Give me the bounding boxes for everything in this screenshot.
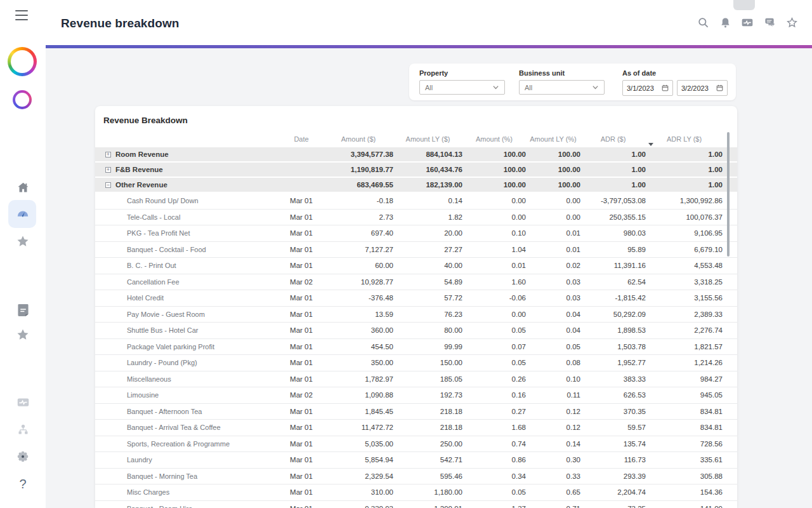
row-adr: 135.74 — [580, 440, 646, 448]
column-header-amount-ly[interactable]: Amount LY ($) — [393, 135, 462, 143]
column-header-amount[interactable]: Amount ($) — [324, 135, 393, 143]
column-header-adr-ly[interactable]: ADR LY ($) — [646, 135, 723, 143]
column-header-amount-ly-pct[interactable]: Amount LY (%) — [526, 135, 580, 143]
business-unit-select[interactable]: All — [519, 80, 605, 95]
calendar-icon — [662, 84, 669, 91]
table-row[interactable]: Banquet - Morning Tea Mar 01 2,329.54 59… — [95, 469, 737, 485]
favorite-star-icon[interactable] — [785, 17, 798, 29]
table-row[interactable]: Banquet - Arrival Tea & Coffee Mar 01 11… — [95, 420, 737, 436]
table-row[interactable]: Laundry - Pound (Pkg) Mar 01 350.00 150.… — [95, 355, 737, 371]
sidebar-item-activity-pulse[interactable] — [0, 394, 46, 410]
row-adr-ly: 6,679.10 — [646, 246, 723, 253]
group-amount-ly-pct: 100.00 — [526, 150, 580, 158]
row-adr: 1,898.53 — [580, 326, 646, 334]
row-category: Limousine — [95, 391, 279, 399]
group-amount-ly-pct: 100.00 — [526, 181, 580, 189]
table-row[interactable]: Cash Round Up/ Down Mar 01 -0.18 0.14 0.… — [95, 193, 737, 210]
row-adr-ly: 9,106.95 — [646, 229, 723, 237]
notifications-bell-icon[interactable] — [719, 17, 731, 29]
row-amount-ly: 218.18 — [393, 408, 462, 415]
row-amount-ly-pct: 0.03 — [526, 294, 580, 302]
table-row[interactable]: Banquet - Cocktail - Food Mar 01 7,127.2… — [95, 242, 737, 258]
sort-descending-icon[interactable] — [648, 143, 653, 146]
property-select[interactable]: All — [419, 80, 505, 95]
brand-logo-large[interactable] — [8, 47, 37, 76]
row-adr: 62.54 — [580, 278, 646, 286]
table-row[interactable]: Banquet - Afternoon Tea Mar 01 1,845.45 … — [95, 404, 737, 420]
brand-logo-small[interactable] — [13, 90, 32, 109]
column-header-date[interactable]: Date — [279, 135, 324, 143]
sidebar-item-starred-reports[interactable] — [0, 327, 46, 342]
row-category: Shuttle Bus - Hotel Car — [95, 326, 279, 334]
table-row[interactable]: Limousine Mar 02 1,090.88 192.73 0.16 0.… — [95, 387, 737, 404]
row-amount: 454.50 — [324, 343, 393, 351]
row-amount-ly-pct: 0.04 — [526, 311, 580, 318]
comments-chat-icon[interactable] — [763, 17, 776, 29]
row-category: Laundry - Pound (Pkg) — [95, 359, 279, 366]
group-row[interactable]: +F&B Revenue 1,190,819.77 160,434.76 100… — [95, 163, 737, 177]
row-adr: 370.35 — [580, 408, 646, 415]
table-row[interactable]: PKG - Tea Profit Net Mar 01 697.40 20.00… — [95, 225, 737, 242]
row-adr: 11,391.16 — [580, 262, 646, 269]
table-row[interactable]: Misc Charges Mar 01 310.00 1,180.00 0.05… — [95, 485, 737, 501]
row-category: Miscellaneous — [95, 375, 279, 383]
row-category: PKG - Tea Profit Net — [95, 229, 279, 237]
table-row[interactable]: Package Valet parking Profit Mar 01 454.… — [95, 339, 737, 356]
table-row[interactable]: Hotel Credit Mar 01 -376.48 57.72 -0.06 … — [95, 290, 737, 307]
table-row[interactable]: Banquet - Room Hire Mar 01 9,330.93 1,29… — [95, 501, 737, 508]
table-row[interactable]: Laundry Mar 01 5,854.94 542.71 0.86 0.30… — [95, 452, 737, 469]
row-amount-pct: 0.05 — [462, 488, 526, 496]
row-adr-ly: 100,076.37 — [646, 213, 723, 221]
row-adr-ly: 834.81 — [646, 408, 723, 415]
as-of-date-label: As of date — [622, 69, 728, 77]
row-date: Mar 01 — [279, 262, 324, 269]
table-row[interactable]: Shuttle Bus - Hotel Car Mar 01 360.00 80… — [95, 323, 737, 339]
activity-pulse-icon[interactable] — [741, 17, 754, 29]
filter-bar: Property All Business unit All As of dat… — [409, 64, 736, 100]
hamburger-menu-icon[interactable] — [15, 10, 28, 20]
row-date: Mar 01 — [279, 408, 324, 415]
row-adr-ly: 945.05 — [646, 391, 723, 399]
group-row[interactable]: −Other Revenue 683,469.55 182,139.00 100… — [95, 178, 737, 192]
table-row[interactable]: B. C. - Print Out Mar 01 60.00 40.00 0.0… — [95, 258, 737, 274]
row-category: Banquet - Cocktail - Food — [95, 246, 279, 253]
row-amount: 1,090.88 — [324, 391, 393, 399]
column-header-amount-pct[interactable]: Amount (%) — [462, 135, 526, 143]
table-row[interactable]: Sports, Recreation & Programme Mar 01 5,… — [95, 436, 737, 453]
sidebar-item-favorites-star[interactable] — [0, 234, 46, 249]
sidebar-item-dashboard-gauge[interactable] — [0, 206, 46, 222]
search-icon[interactable] — [697, 17, 709, 29]
end-date-input[interactable]: 3/2/2023 — [677, 80, 728, 96]
group-row[interactable]: +Room Revenue 3,394,577.38 884,104.13 10… — [95, 147, 737, 161]
start-date-input[interactable]: 3/1/2023 — [622, 80, 673, 96]
row-amount-pct: 0.00 — [462, 311, 526, 318]
sidebar-item-org-chart[interactable] — [0, 422, 46, 437]
row-amount-pct: -0.06 — [462, 294, 526, 302]
row-category: Banquet - Afternoon Tea — [95, 408, 279, 415]
table-row[interactable]: Cancellation Fee Mar 02 10,928.77 54.89 … — [95, 274, 737, 291]
row-adr-ly: 335.61 — [646, 456, 723, 464]
row-amount-ly-pct: 0.14 — [526, 440, 580, 448]
table-row[interactable]: Miscellaneous Mar 01 1,782.97 185.05 0.2… — [95, 371, 737, 388]
row-amount-ly: 185.05 — [393, 375, 462, 383]
property-filter-group: Property All — [419, 69, 505, 95]
group-amount-pct: 100.00 — [462, 181, 526, 189]
row-amount-pct: 0.01 — [462, 262, 526, 269]
table-row[interactable]: Tele-Calls - Local Mar 01 2.73 1.82 0.00… — [95, 210, 737, 226]
expand-collapse-icon[interactable]: − — [105, 182, 111, 188]
group-amount-pct: 100.00 — [462, 166, 526, 173]
expand-collapse-icon[interactable]: + — [105, 167, 111, 173]
sidebar-item-settings-gear[interactable] — [0, 449, 46, 464]
table-vertical-scrollbar[interactable] — [727, 132, 730, 257]
table-row[interactable]: Pay Movie - Guest Room Mar 01 13.59 76.2… — [95, 307, 737, 323]
sidebar-item-home[interactable] — [0, 180, 46, 195]
row-amount-pct: 0.00 — [462, 213, 526, 221]
row-amount-ly: 218.18 — [393, 424, 462, 431]
column-header-adr[interactable]: ADR ($) — [580, 135, 646, 143]
row-category: Package Valet parking Profit — [95, 343, 279, 351]
row-amount-pct: 0.16 — [462, 391, 526, 399]
sidebar-item-help[interactable]: ? — [0, 476, 46, 491]
row-adr: -1,815.42 — [580, 294, 646, 302]
sidebar-item-report-document[interactable] — [0, 302, 46, 318]
expand-collapse-icon[interactable]: + — [105, 152, 111, 157]
